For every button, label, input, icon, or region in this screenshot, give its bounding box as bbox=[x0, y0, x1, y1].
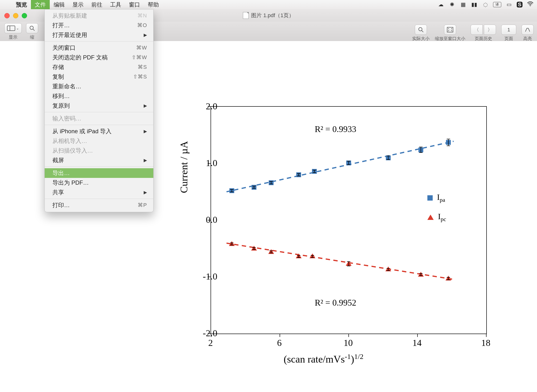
chart-legend-marker-icon bbox=[427, 215, 434, 220]
app-name[interactable]: 预览 bbox=[12, 0, 31, 9]
menu-item-label: 重新命名… bbox=[52, 82, 81, 91]
menu-view[interactable]: 显示 bbox=[69, 0, 87, 9]
chart-legend-label: Ipc bbox=[438, 212, 446, 223]
menu-item[interactable]: 打印…⌘P bbox=[45, 200, 153, 210]
chart-x-tick-label: 14 bbox=[412, 337, 422, 348]
chart-error-cap bbox=[447, 139, 450, 139]
menu-item[interactable]: 存储⌘S bbox=[45, 62, 153, 72]
app-icon[interactable]: ▦ bbox=[460, 1, 466, 8]
chart-error-cap bbox=[447, 146, 450, 146]
chart-error-cap bbox=[297, 173, 300, 174]
menu-item[interactable]: 复原到▶ bbox=[45, 101, 153, 111]
chart-x-tick-label: 18 bbox=[481, 337, 490, 348]
page-forward-button[interactable]: 〉 bbox=[484, 25, 496, 35]
chart-error-cap bbox=[347, 161, 350, 161]
chart-error-cap bbox=[347, 164, 350, 165]
chart-container: Current / µA (scan rate/mVs-1)1/2 -2.0-1… bbox=[150, 101, 497, 374]
menu-item-label: 移到… bbox=[52, 92, 70, 100]
page-label: 页面 bbox=[504, 36, 513, 42]
s-icon[interactable]: S bbox=[517, 2, 523, 7]
menu-item-label: 关闭窗口 bbox=[52, 44, 76, 52]
menu-separator bbox=[45, 199, 153, 199]
menu-tools[interactable]: 工具 bbox=[106, 0, 125, 9]
chart-error-cap bbox=[297, 255, 300, 256]
sync-icon[interactable]: ◌ bbox=[482, 1, 489, 8]
menu-item[interactable]: 复制⇧⌘S bbox=[45, 72, 153, 82]
menu-separator bbox=[45, 41, 153, 42]
menu-item[interactable]: 关闭选定的 PDF 文稿⇧⌘W bbox=[45, 53, 153, 62]
chart-x-tick bbox=[280, 334, 280, 337]
menu-go[interactable]: 前往 bbox=[87, 0, 106, 9]
page-number-field[interactable]: 1 bbox=[501, 25, 516, 35]
menu-item[interactable]: 打开最近使用▶ bbox=[45, 30, 153, 40]
actual-size-label: 实际大小 bbox=[412, 36, 430, 42]
menu-item[interactable]: 移到… bbox=[45, 91, 153, 101]
chart-x-tick bbox=[348, 334, 349, 337]
chart-y-tick-label: -2.0 bbox=[188, 328, 217, 338]
zoom-button[interactable] bbox=[26, 23, 38, 33]
pdf-file-icon bbox=[243, 12, 249, 19]
menu-item: 输入密码… bbox=[45, 114, 153, 123]
submenu-arrow-icon: ▶ bbox=[144, 102, 147, 110]
menu-item[interactable]: 截屏▶ bbox=[45, 155, 153, 165]
chart-x-tick bbox=[417, 334, 418, 337]
file-menu-dropdown: 从剪贴板新建⌘N打开…⌘O打开最近使用▶关闭窗口⌘W关闭选定的 PDF 文稿⇧⌘… bbox=[44, 9, 154, 212]
toolbar-highlight-group: 高亮 bbox=[522, 23, 534, 42]
wifi-icon[interactable] bbox=[527, 1, 534, 8]
menu-item-label: 复制 bbox=[52, 73, 64, 81]
menu-item-label: 从扫描仪导入… bbox=[52, 147, 93, 155]
menu-item[interactable]: 打开…⌘O bbox=[45, 21, 153, 30]
page-back-button[interactable]: 〈 bbox=[471, 25, 483, 35]
menu-separator bbox=[45, 112, 153, 112]
menu-separator bbox=[45, 125, 153, 125]
menu-item[interactable]: 关闭窗口⌘W bbox=[45, 43, 153, 53]
sidebar-toggle-button[interactable]: ⌄ bbox=[4, 23, 22, 33]
menu-item-shortcut: ⌘W bbox=[136, 44, 147, 52]
chart-error-cap bbox=[387, 159, 390, 160]
chart-x-tick bbox=[486, 334, 487, 337]
chart-x-tick-label: 6 bbox=[277, 337, 282, 348]
chart-error-cap bbox=[269, 251, 273, 251]
battery-icon[interactable]: ▭ bbox=[506, 1, 512, 8]
menu-item-shortcut: ⌘N bbox=[137, 12, 147, 20]
chart-error-cap bbox=[230, 192, 233, 192]
menu-window[interactable]: 窗口 bbox=[125, 0, 144, 9]
wechat-icon[interactable]: ✺ bbox=[449, 1, 455, 8]
menu-item-shortcut: ⌘O bbox=[137, 21, 147, 29]
menu-item-label: 共享 bbox=[52, 188, 64, 196]
chart-error-cap bbox=[419, 147, 423, 147]
window-title-text: 图片 1.pdf（1页） bbox=[251, 12, 294, 19]
menu-item-label: 从 iPhone 或 iPad 导入 bbox=[52, 127, 112, 135]
input-icon[interactable]: 译 bbox=[493, 2, 501, 7]
cloud-icon[interactable]: ☁︎ bbox=[438, 1, 444, 8]
highlight-button[interactable] bbox=[522, 25, 534, 35]
menu-item[interactable]: 从 iPhone 或 iPad 导入▶ bbox=[45, 126, 153, 136]
grid-icon[interactable]: ▮▮ bbox=[471, 1, 478, 8]
menubar-status-icons: ☁︎ ✺ ▦ ▮▮ ◌ 译 ▭ S bbox=[438, 0, 534, 9]
fit-window-button[interactable] bbox=[444, 25, 456, 35]
menu-item-label: 导出为 PDF… bbox=[52, 179, 89, 187]
menu-item[interactable]: 共享▶ bbox=[45, 188, 153, 197]
svg-point-0 bbox=[530, 5, 531, 6]
menu-item[interactable]: 重新命名… bbox=[45, 82, 153, 91]
menu-file[interactable]: 文件 bbox=[31, 0, 50, 9]
chart-legend-marker-icon bbox=[427, 195, 433, 201]
chart-error-bar bbox=[348, 161, 349, 165]
menu-item-shortcut: ⇧⌘S bbox=[133, 73, 147, 81]
chart-error-cap bbox=[313, 172, 316, 173]
actual-size-button[interactable] bbox=[415, 25, 427, 35]
submenu-arrow-icon: ▶ bbox=[144, 127, 147, 135]
chart-error-cap bbox=[419, 273, 423, 274]
chart-error-cap bbox=[269, 181, 273, 182]
chart-error-cap bbox=[311, 257, 314, 258]
menu-item[interactable]: 导出… bbox=[45, 168, 153, 178]
menu-help[interactable]: 帮助 bbox=[144, 0, 163, 9]
fit-window-label: 缩放至窗口大小 bbox=[435, 36, 465, 42]
menu-edit[interactable]: 编辑 bbox=[50, 0, 69, 9]
chart-error-bar bbox=[348, 262, 349, 266]
chart-y-tick-label: 0.0 bbox=[188, 214, 217, 225]
menu-item-label: 存储 bbox=[52, 63, 64, 71]
menu-item[interactable]: 导出为 PDF… bbox=[45, 178, 153, 188]
menu-item-label: 复原到 bbox=[52, 102, 70, 110]
chart-annotation: R² = 0.9952 bbox=[315, 298, 356, 308]
